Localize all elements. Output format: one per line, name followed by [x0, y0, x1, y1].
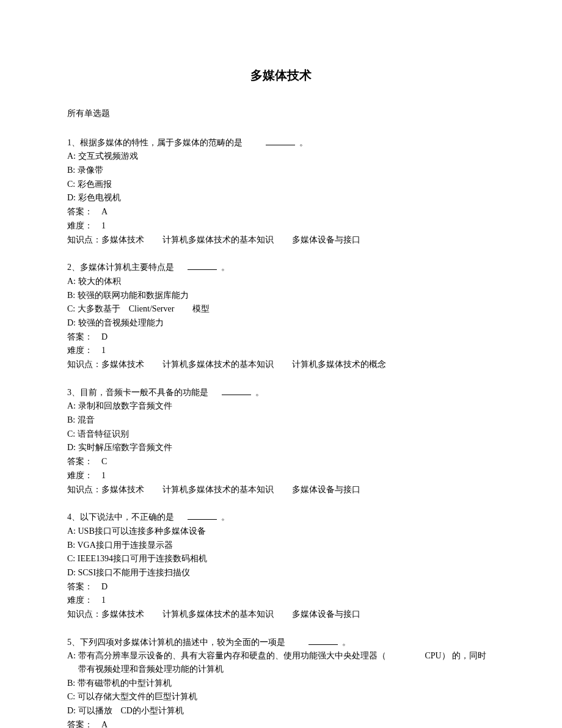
knowledge-line: 知识点：多媒体技术计算机多媒体技术的基本知识多媒体设备与接口: [67, 233, 495, 247]
option-d: D: 可以播放CD的小型计算机: [67, 704, 495, 718]
answer-value: D: [101, 332, 108, 341]
answer-label: 答案：: [67, 582, 93, 591]
answer-line: 答案：C: [67, 455, 495, 468]
stem-text: 5、下列四项对多媒体计算机的描述中，较为全面的一项是: [67, 638, 285, 647]
option-a: A: 较大的体积: [67, 275, 495, 288]
option-text: 实时解压缩数字音频文件: [78, 443, 172, 452]
option-text: 较强的联网功能和数据库能力: [78, 291, 189, 300]
answer-label: 答案：: [67, 720, 93, 728]
stem-end: 。: [221, 263, 230, 272]
question-2: 2、多媒体计算机主要特点是 。 A: 较大的体积 B: 较强的联网功能和数据库能…: [67, 261, 495, 371]
difficulty-value: 1: [101, 221, 106, 230]
option-text: 录制和回放数字音频文件: [78, 401, 172, 410]
document-page: 多媒体技术 所有单选题 1、根据多媒体的特性，属于多媒体的范畴的是 。 A: 交…: [0, 0, 562, 728]
option-text: 大多数基于: [78, 304, 120, 313]
difficulty-label: 难度：: [67, 595, 93, 605]
page-title: 多媒体技术: [67, 66, 495, 85]
option-text: 较强的音视频处理能力: [78, 318, 164, 327]
option-b: B: VGA接口用于连接显示器: [67, 539, 495, 552]
knowledge-part: 多媒体设备与接口: [292, 485, 360, 494]
question-stem: 1、根据多媒体的特性，属于多媒体的范畴的是 。: [67, 136, 495, 150]
answer-value: D: [101, 582, 108, 591]
answer-label: 答案：: [67, 332, 93, 341]
option-b: B: 带有磁带机的中型计算机: [67, 677, 495, 690]
question-stem: 3、目前，音频卡一般不具备的功能是 。: [67, 386, 495, 399]
fill-blank: [188, 512, 217, 520]
difficulty-line: 难度：1: [67, 219, 495, 233]
option-text: USB: [78, 526, 95, 536]
stem-end: 。: [299, 138, 308, 147]
question-1: 1、根据多媒体的特性，属于多媒体的范畴的是 。 A: 交互式视频游戏 B: 录像…: [67, 136, 495, 247]
stem-text: 1、根据多媒体的特性，属于多媒体的范畴的是: [67, 138, 243, 147]
option-text: 接口不能用于连接扫描仪: [96, 568, 190, 577]
option-text: 接口可用于连接数码相机: [113, 554, 207, 563]
question-stem: 4、以下说法中，不正确的是 。: [67, 511, 495, 524]
option-text: 交互式视频游戏: [78, 151, 138, 161]
question-5: 5、下列四项对多媒体计算机的描述中，较为全面的一项是 。 A: 带有高分辨率显示…: [67, 636, 495, 728]
option-text: 彩色电视机: [78, 193, 121, 202]
option-c: C: 大多数基于Client/Server模型: [67, 302, 495, 316]
knowledge-part: 多媒体技术: [101, 360, 144, 369]
option-text: CD: [121, 706, 133, 715]
option-d: D: SCSI接口不能用于连接扫描仪: [67, 566, 495, 580]
difficulty-label: 难度：: [67, 471, 93, 480]
answer-value: A: [101, 720, 108, 728]
option-text: 接口可以连接多种多媒体设备: [95, 526, 206, 536]
option-text: 语音特征识别: [78, 429, 129, 439]
stem-text: 3、目前，音频卡一般不具备的功能是: [67, 388, 208, 397]
option-text: 录像带: [78, 166, 103, 175]
answer-line: 答案：A: [67, 205, 495, 219]
knowledge-part: 计算机多媒体技术的概念: [292, 360, 386, 369]
option-text: 的小型计算机: [133, 706, 184, 715]
answer-value: A: [101, 207, 108, 216]
knowledge-part: 计算机多媒体技术的基本知识: [162, 235, 274, 244]
option-text: CPU）: [425, 651, 450, 660]
answer-line: 答案：D: [67, 580, 495, 594]
answer-line: 答案：A: [67, 718, 495, 728]
option-text: 混音: [78, 415, 95, 424]
option-a: A: 带有高分辨率显示设备的、具有大容量内存和硬盘的、使用功能强大中央处理器（C…: [67, 649, 495, 675]
option-text: 模型: [192, 304, 210, 313]
stem-end: 。: [342, 638, 351, 647]
option-c: C: 语音特征识别: [67, 428, 495, 441]
fill-blank: [222, 387, 251, 395]
answer-label: 答案：: [67, 457, 93, 466]
stem-end: 。: [221, 512, 230, 522]
answer-line: 答案：D: [67, 330, 495, 344]
question-stem: 2、多媒体计算机主要特点是 。: [67, 261, 495, 274]
option-c: C: IEEE1394接口可用于连接数码相机: [67, 552, 495, 566]
option-c: C: 彩色画报: [67, 178, 495, 191]
fill-blank: [266, 137, 295, 145]
knowledge-label: 知识点：: [67, 610, 101, 619]
knowledge-label: 知识点：: [67, 360, 101, 369]
knowledge-part: 多媒体设备与接口: [292, 235, 360, 244]
option-text: Client/Server: [129, 304, 175, 313]
difficulty-label: 难度：: [67, 221, 93, 230]
difficulty-value: 1: [101, 595, 106, 605]
option-a: A: 录制和回放数字音频文件: [67, 399, 495, 413]
stem-text: 4、以下说法中，不正确的是: [67, 512, 174, 522]
difficulty-value: 1: [101, 471, 106, 480]
knowledge-label: 知识点：: [67, 485, 101, 494]
option-text: 彩色画报: [78, 180, 112, 189]
section-label: 所有单选题: [67, 107, 495, 120]
option-d: D: 彩色电视机: [67, 191, 495, 205]
option-text: 接口用于连接显示器: [96, 541, 173, 550]
option-text: VGA: [77, 541, 95, 550]
knowledge-part: 计算机多媒体技术的基本知识: [162, 485, 274, 494]
option-text: 较大的体积: [78, 277, 121, 286]
option-text: 带有磁带机的中型计算机: [78, 679, 172, 688]
option-b: B: 混音: [67, 413, 495, 427]
option-text: 可以存储大型文件的巨型计算机: [78, 692, 197, 701]
knowledge-part: 多媒体技术: [101, 610, 144, 619]
option-text: 带有高分辨率显示设备的、具有大容量内存和硬盘的、使用功能强大中央处理器（: [78, 651, 386, 660]
difficulty-line: 难度：1: [67, 594, 495, 607]
option-d: D: 实时解压缩数字音频文件: [67, 441, 495, 454]
stem-end: 。: [255, 388, 264, 397]
question-stem: 5、下列四项对多媒体计算机的描述中，较为全面的一项是 。: [67, 636, 495, 649]
option-b: B: 较强的联网功能和数据库能力: [67, 289, 495, 302]
difficulty-value: 1: [101, 346, 106, 355]
fill-blank: [308, 636, 338, 645]
knowledge-part: 多媒体技术: [101, 485, 144, 494]
knowledge-part: 多媒体技术: [101, 235, 144, 244]
